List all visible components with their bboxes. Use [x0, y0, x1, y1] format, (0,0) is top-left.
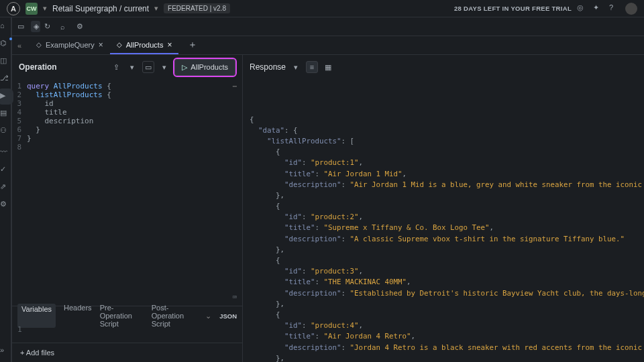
bookmark-icon[interactable]: ◈ — [31, 21, 40, 32]
federation-badge: FEDERATED | v2.8 — [164, 3, 230, 13]
nav-rail: ⌂ ⌬ ◫ ⎇ ▶ ▤ ⚇ 〰 ✓ ⇗ ⚙ » — [0, 17, 11, 362]
operation-header: Operation ⇪ ▾ ▭ ▾ ▷ AllProducts — [12, 55, 242, 79]
variables-tabs: VariablesHeadersPre-Operation ScriptPost… — [12, 306, 242, 325]
json-badge: JSON — [219, 312, 237, 320]
run-button[interactable]: ▷ AllProducts — [174, 59, 235, 76]
search-icon[interactable]: ⌕ — [60, 23, 70, 31]
collapse-left-icon[interactable]: « — [17, 36, 30, 54]
response-title: Response — [250, 62, 286, 72]
chevron-down-icon[interactable]: ▾ — [154, 4, 158, 13]
table-icon[interactable]: ▦ — [322, 61, 334, 73]
explorer-icon[interactable]: ▶ — [0, 91, 11, 102]
operation-title: Operation — [19, 62, 57, 72]
bookmark-icon: ◇ — [117, 41, 122, 48]
tab[interactable]: ◇ExampleQuery× — [30, 36, 110, 54]
response-body[interactable]: ⧉▣ { "data": { "listAllProducts": [ { "i… — [243, 79, 644, 362]
rocket-icon[interactable]: ⇗ — [0, 182, 11, 193]
keyboard-icon[interactable]: ⌨ — [232, 293, 237, 302]
trial-notice[interactable]: 28 DAYS LEFT IN YOUR FREE TRIAL — [454, 5, 572, 12]
more-icon[interactable]: ⋯ — [232, 82, 237, 90]
save-icon[interactable]: ▭ — [142, 61, 154, 73]
history-icon[interactable]: ↻ — [44, 22, 54, 31]
tab[interactable]: ◇AllProducts× — [110, 36, 179, 54]
file-icon[interactable]: ▭ — [17, 22, 27, 31]
chevron-down-icon[interactable]: ▾ — [158, 61, 170, 73]
chevron-down-icon[interactable]: ▾ — [43, 4, 47, 13]
apollo-logo[interactable]: A — [7, 2, 20, 15]
add-tab[interactable]: ＋ — [178, 36, 207, 54]
settings-icon[interactable]: ⚙ — [76, 22, 86, 31]
vars-tab[interactable]: Variables — [17, 304, 56, 328]
editor-toolbar: ▭ ◈ ↻ ⌕ ⚙ — [12, 17, 644, 36]
vars-tab[interactable]: Pre-Operation Script — [100, 304, 144, 328]
activity-icon[interactable]: 〰 — [0, 147, 11, 158]
eye-icon[interactable]: ◎ — [577, 3, 588, 14]
help-icon[interactable]: ? — [609, 3, 620, 14]
chevron-down-icon[interactable]: ▾ — [290, 61, 302, 73]
clipboard-icon[interactable]: ▤ — [0, 109, 11, 119]
settings-icon[interactable]: ⚙ — [0, 200, 11, 210]
home-icon[interactable]: ⌂ — [0, 21, 11, 32]
notifications-icon[interactable]: ✦ — [593, 3, 604, 14]
graph-icon[interactable]: ◫ — [0, 56, 11, 67]
tab-bar: « ◇ExampleQuery×◇AllProducts× ＋ — [12, 36, 644, 55]
check-icon[interactable]: ✓ — [0, 165, 11, 176]
query-editor[interactable]: ⋯ 1query AllProducts {2 listAllProducts … — [12, 79, 242, 306]
chevron-down-icon[interactable]: ▾ — [126, 61, 138, 73]
share-icon[interactable]: ⇪ — [110, 61, 122, 73]
topbar: A CW ▾ Retail Supergraph / current ▾ FED… — [0, 0, 644, 17]
plus-icon: ＋ — [185, 39, 200, 51]
vars-tab[interactable]: Headers — [64, 304, 92, 328]
response-header: Response ▾ ≡ ▦ 200752ms4.0KB — [243, 55, 644, 79]
play-icon: ▷ — [182, 63, 187, 72]
branch-icon[interactable]: ⎇ — [0, 74, 11, 84]
chevron-down-icon[interactable]: ⌄ — [205, 312, 211, 320]
avatar[interactable] — [625, 3, 637, 15]
close-icon[interactable]: × — [167, 40, 172, 50]
org-badge[interactable]: CW — [25, 3, 38, 15]
expand-icon[interactable]: » — [0, 346, 11, 357]
schema-icon[interactable]: ⌬ — [0, 39, 11, 50]
add-files-button[interactable]: + Add files — [12, 343, 242, 362]
layout-icon[interactable]: ≡ — [306, 61, 318, 73]
breadcrumb[interactable]: Retail Supergraph / current — [52, 4, 149, 13]
close-icon[interactable]: × — [99, 40, 103, 50]
people-icon[interactable]: ⚇ — [0, 126, 11, 137]
bookmark-icon: ◇ — [36, 41, 42, 48]
vars-tab[interactable]: Post-Operation Script — [152, 304, 197, 328]
